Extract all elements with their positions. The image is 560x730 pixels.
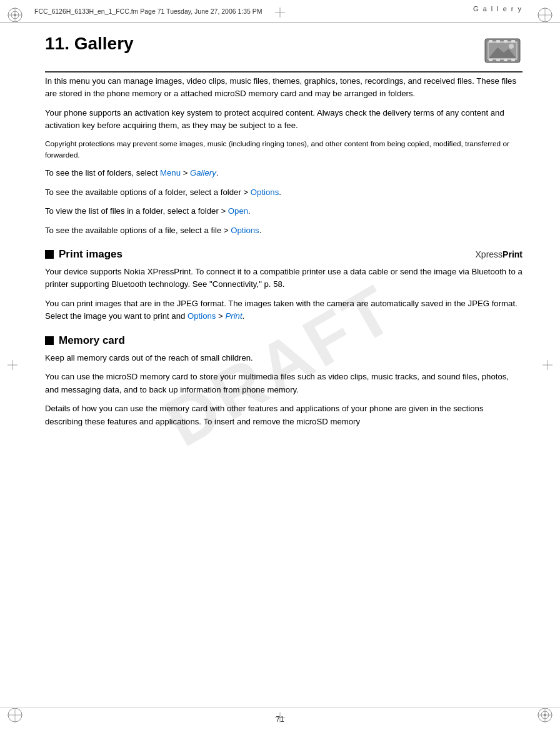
section-square-print [45,250,54,259]
copyright-text: Copyright protections may prevent some i… [45,139,522,161]
open-link: Open [228,206,248,216]
instruction-4: To see the available options of a file, … [45,224,522,237]
footer-bar: 71 [0,708,560,730]
svg-rect-27 [496,40,500,42]
main-content: 11. Gallery [45,22,522,708]
menu-link: Menu [160,168,181,178]
chapter-title-area: 11. Gallery [45,34,522,72]
gallery-icon [482,34,522,68]
memory-card-heading-area: Memory card [45,334,522,347]
mid-mark-right [542,360,552,370]
page-number: 71 [276,715,284,724]
memory-card-para-2: You can use the microSD memory card to s… [45,371,522,396]
xpress-text: Xpress [476,249,503,259]
memory-card-para-3: Details of how you can use the memory ca… [45,402,522,428]
print-text: Print [502,249,522,259]
svg-rect-29 [511,40,515,42]
options-link-2: Options [231,226,259,235]
svg-rect-26 [489,40,492,42]
print-link: Print [225,311,242,321]
instruction-3: To view the list of files in a folder, s… [45,205,522,218]
instruction-2: To see the available options of a folder… [45,186,522,199]
svg-rect-33 [511,59,515,61]
instruction-1: To see the list of folders, select Menu … [45,167,522,179]
memory-card-heading: Memory card [59,334,522,347]
svg-rect-31 [496,59,500,61]
page-container: DRAFT [0,0,560,730]
header-section-label: G a l l e r y [473,5,522,12]
intro-para-1: In this menu you can manage images, vide… [45,75,522,101]
print-images-heading-area: Print images XpressPrint [45,248,522,261]
options-link-1: Options [251,188,279,197]
svg-rect-32 [504,59,508,61]
memory-card-para-1: Keep all memory cards out of the reach o… [45,352,522,364]
file-info-text: FCC_6126H_6133H_en_1_FCC.fm Page 71 Tues… [34,8,262,15]
gallery-link: Gallery [190,168,216,178]
xpress-print-logo: XpressPrint [476,249,522,259]
intro-para-2: Your phone supports an activation key sy… [45,107,522,132]
print-images-heading: Print images [59,248,476,261]
print-options-link: Options [188,311,216,321]
svg-rect-30 [489,59,492,61]
section-square-memory [45,336,54,345]
print-images-para-2: You can print images that are in the JPE… [45,298,522,323]
print-para2-text: You can print images that are in the JPE… [45,299,518,308]
content-inner: 11. Gallery [45,34,522,428]
svg-rect-28 [504,40,508,42]
print-images-para-1: Your device supports Nokia XPressPrint. … [45,266,522,291]
svg-point-36 [509,44,514,49]
chapter-title: 11. Gallery [45,34,475,54]
mid-mark-left [8,360,18,370]
